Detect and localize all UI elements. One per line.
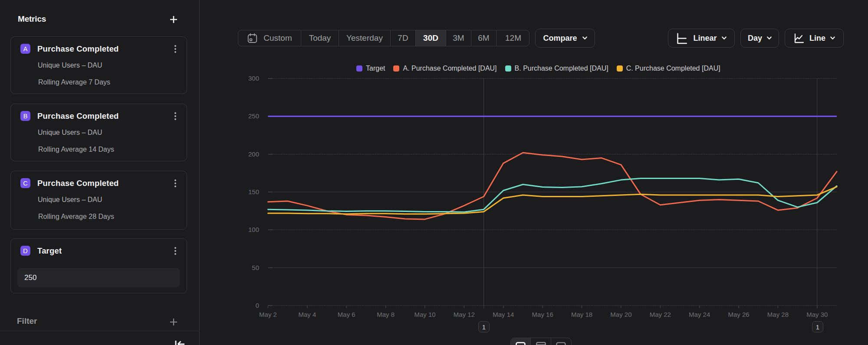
svg-text:May 24: May 24 bbox=[689, 311, 710, 318]
svg-text:May 26: May 26 bbox=[728, 311, 749, 318]
svg-text:100: 100 bbox=[248, 226, 259, 233]
svg-text:May 12: May 12 bbox=[454, 311, 475, 318]
svg-text:May 6: May 6 bbox=[338, 311, 355, 318]
svg-text:May 4: May 4 bbox=[298, 311, 316, 318]
svg-text:150: 150 bbox=[248, 188, 259, 195]
svg-text:May 10: May 10 bbox=[414, 311, 435, 318]
svg-text:May 30: May 30 bbox=[806, 311, 828, 318]
svg-text:May 8: May 8 bbox=[377, 311, 395, 318]
svg-text:May 22: May 22 bbox=[650, 311, 671, 318]
svg-text:0: 0 bbox=[256, 302, 259, 309]
svg-text:May 18: May 18 bbox=[571, 311, 592, 318]
svg-text:May 16: May 16 bbox=[532, 311, 553, 318]
svg-text:50: 50 bbox=[252, 264, 259, 271]
svg-text:300: 300 bbox=[248, 75, 259, 82]
svg-text:May 28: May 28 bbox=[767, 311, 789, 318]
svg-text:May 14: May 14 bbox=[493, 311, 514, 318]
svg-text:200: 200 bbox=[248, 150, 259, 158]
svg-text:May 20: May 20 bbox=[610, 311, 631, 318]
svg-text:May 2: May 2 bbox=[259, 311, 277, 318]
svg-text:250: 250 bbox=[248, 112, 259, 120]
